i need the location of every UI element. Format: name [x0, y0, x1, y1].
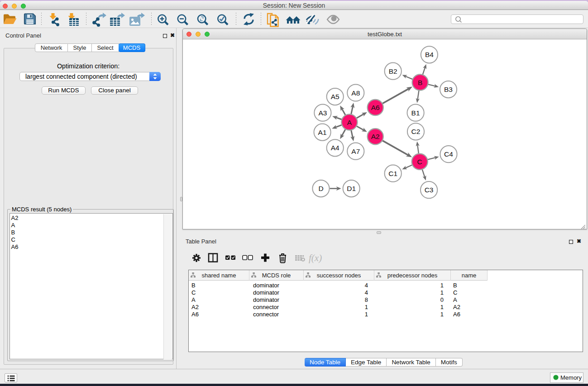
svg-text:A8: A8: [351, 89, 360, 97]
svg-text:A3: A3: [318, 109, 327, 117]
svg-text:B1: B1: [411, 109, 420, 117]
svg-text:A6: A6: [371, 104, 380, 111]
svg-text:B4: B4: [425, 51, 434, 58]
svg-text:C4: C4: [444, 150, 453, 158]
svg-text:A1: A1: [318, 129, 327, 136]
svg-text:A5: A5: [331, 93, 339, 100]
svg-text:C1: C1: [388, 170, 397, 177]
svg-text:A4: A4: [331, 144, 339, 152]
svg-text:C: C: [417, 158, 422, 166]
svg-text:B: B: [418, 79, 422, 86]
svg-text:D: D: [318, 185, 323, 192]
svg-text:C2: C2: [411, 128, 421, 135]
svg-text:f(x): f(x): [309, 253, 322, 263]
svg-text:B2: B2: [389, 67, 397, 75]
svg-text:A7: A7: [351, 148, 360, 155]
svg-text:B3: B3: [444, 86, 453, 93]
svg-text:A: A: [347, 119, 352, 126]
svg-text:D1: D1: [347, 185, 356, 192]
svg-text:A2: A2: [371, 133, 380, 140]
svg-text:C3: C3: [425, 186, 434, 194]
